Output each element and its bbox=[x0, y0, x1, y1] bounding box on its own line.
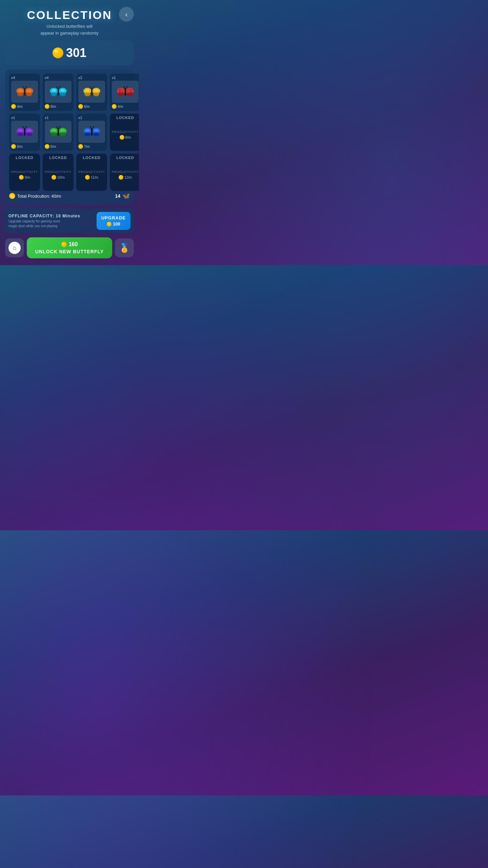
svg-point-50 bbox=[60, 132, 66, 136]
svg-point-31 bbox=[119, 90, 121, 91]
butterfly-card-red[interactable]: x1 bbox=[110, 74, 139, 111]
butterfly-card-locked-11: LOCKED PRODUCTIVITY 11/m bbox=[76, 154, 107, 191]
svg-line-45 bbox=[23, 126, 24, 128]
unlock-cost: 160 bbox=[61, 241, 78, 248]
butterfly-image-yellow bbox=[78, 81, 105, 103]
page-subtitle: Unlocked butterflies willappear in gamep… bbox=[5, 23, 134, 36]
svg-point-22 bbox=[85, 89, 90, 92]
back-button[interactable]: ‹ bbox=[119, 7, 134, 22]
offline-capacity-desc: Upgrade capacity for gaining moremagic d… bbox=[8, 219, 94, 229]
card-production: 4/m bbox=[112, 104, 123, 109]
card-count: x1 bbox=[78, 116, 82, 120]
svg-point-4 bbox=[18, 89, 23, 93]
offline-capacity-title: OFFLINE CAPACITY: 10 Minutes bbox=[8, 214, 94, 218]
card-count: x2 bbox=[78, 76, 82, 80]
svg-rect-6 bbox=[24, 88, 25, 96]
svg-point-10 bbox=[51, 92, 57, 96]
card-production: 6/m bbox=[45, 144, 56, 149]
svg-point-63 bbox=[94, 129, 99, 132]
page-title: COLLECTION bbox=[5, 8, 134, 22]
svg-point-54 bbox=[63, 132, 65, 133]
svg-point-61 bbox=[93, 132, 99, 136]
svg-point-62 bbox=[85, 129, 90, 132]
coins-panel: 301 bbox=[5, 40, 134, 65]
card-count: x4 bbox=[11, 76, 15, 80]
productivity-label: PRODUCTIVITY bbox=[11, 170, 38, 174]
svg-point-14 bbox=[60, 89, 65, 92]
butterfly-image-red bbox=[112, 81, 139, 103]
svg-point-1 bbox=[17, 92, 23, 96]
svg-point-43 bbox=[27, 129, 32, 132]
locked-production: 12/m bbox=[119, 175, 132, 180]
butterfly-card-orange[interactable]: x4 4/m bbox=[9, 74, 40, 111]
butterfly-count-number: 14 bbox=[115, 193, 120, 199]
locked-production: 10/m bbox=[52, 175, 65, 180]
butterfly-image-blue bbox=[78, 121, 105, 143]
offline-capacity-section: OFFLINE CAPACITY: 10 Minutes Upgrade cap… bbox=[5, 209, 134, 233]
svg-point-3 bbox=[26, 92, 32, 96]
locked-label: LOCKED bbox=[116, 156, 134, 160]
locked-production: 9/m bbox=[19, 175, 30, 180]
svg-point-41 bbox=[26, 132, 32, 136]
locked-body: PRODUCTIVITY 8/m bbox=[112, 121, 139, 149]
svg-point-59 bbox=[84, 132, 90, 136]
svg-point-32 bbox=[130, 90, 131, 91]
svg-line-16 bbox=[56, 86, 58, 88]
svg-line-57 bbox=[59, 126, 60, 128]
svg-point-19 bbox=[84, 92, 90, 96]
butterfly-card-blue[interactable]: x1 7/m bbox=[76, 114, 107, 151]
card-count: x1 bbox=[112, 76, 116, 80]
unlock-cost-amount: 160 bbox=[69, 241, 78, 248]
svg-rect-64 bbox=[91, 128, 93, 136]
card-count: x4 bbox=[45, 76, 49, 80]
header: COLLECTION Unlocked butterflies willappe… bbox=[5, 7, 134, 36]
locked-production: 11/m bbox=[85, 175, 98, 180]
locked-label: LOCKED bbox=[83, 156, 100, 160]
butterfly-card-locked-10: LOCKED PRODUCTIVITY 10/m bbox=[43, 154, 74, 191]
upgrade-label: UPGRADE bbox=[101, 215, 126, 220]
card-production: 8/m bbox=[45, 104, 56, 109]
coin-icon-small bbox=[9, 193, 15, 199]
svg-point-5 bbox=[27, 89, 32, 93]
coins-amount: 301 bbox=[66, 46, 86, 60]
svg-line-65 bbox=[90, 126, 91, 128]
butterfly-image-purple bbox=[11, 121, 38, 143]
svg-rect-15 bbox=[58, 88, 59, 96]
svg-rect-35 bbox=[125, 88, 126, 96]
butterfly-icon: 🦋 bbox=[122, 192, 130, 200]
butterfly-card-green[interactable]: x1 bbox=[43, 114, 74, 151]
locked-label: LOCKED bbox=[16, 156, 33, 160]
card-production: 7/m bbox=[78, 144, 90, 149]
butterfly-image-cyan bbox=[45, 81, 72, 103]
svg-point-48 bbox=[51, 132, 57, 136]
butterfly-card-purple[interactable]: x1 5/m bbox=[9, 114, 40, 151]
svg-point-34 bbox=[131, 92, 132, 93]
butterfly-card-cyan[interactable]: x4 8/m bbox=[43, 74, 74, 111]
total-production-label: Total Prodcution: 40/m bbox=[17, 194, 61, 199]
unlock-butterfly-button[interactable]: 160 UNLOCK NEW BUTTERFLY bbox=[27, 237, 112, 258]
card-production: 5/m bbox=[11, 144, 23, 149]
svg-line-17 bbox=[59, 86, 60, 88]
upgrade-button[interactable]: UPGRADE 100 bbox=[97, 212, 130, 230]
svg-point-39 bbox=[17, 132, 23, 136]
locked-label: LOCKED bbox=[116, 116, 134, 120]
unlock-label: UNLOCK NEW BUTTERFLY bbox=[35, 249, 104, 254]
home-button[interactable]: ⌂ bbox=[5, 238, 24, 257]
card-production: 6/m bbox=[78, 104, 90, 109]
card-count: x1 bbox=[45, 116, 49, 120]
card-production: 4/m bbox=[11, 104, 23, 109]
butterfly-count-display: 14 🦋 bbox=[115, 192, 130, 200]
medal-button[interactable]: 🏅 bbox=[115, 238, 134, 257]
upgrade-cost-amount: 100 bbox=[113, 221, 120, 226]
svg-line-7 bbox=[23, 86, 24, 88]
locked-body: PRODUCTIVITY 11/m bbox=[78, 161, 105, 189]
butterfly-grid: x4 4/m bbox=[9, 74, 130, 191]
svg-line-37 bbox=[126, 86, 127, 88]
butterfly-card-yellow[interactable]: x2 6/m bbox=[76, 74, 107, 111]
bottom-bar: ⌂ 160 UNLOCK NEW BUTTERFLY 🏅 bbox=[5, 237, 134, 262]
medal-icon: 🏅 bbox=[119, 243, 130, 253]
coin-icon bbox=[53, 47, 63, 58]
svg-line-25 bbox=[90, 86, 91, 88]
locked-label: LOCKED bbox=[49, 156, 67, 160]
productivity-label: PRODUCTIVITY bbox=[78, 170, 105, 174]
